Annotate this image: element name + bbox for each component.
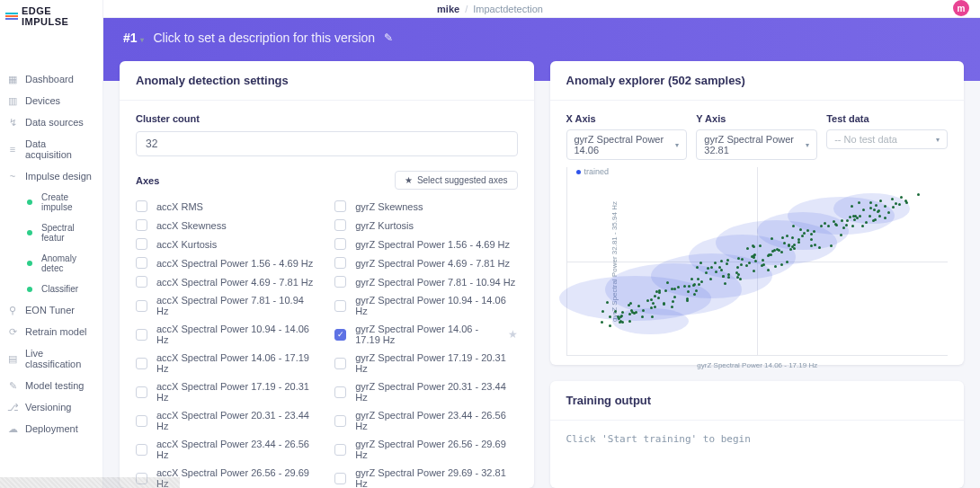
sidebar-item-retrain-model[interactable]: ⟳Retrain model — [0, 321, 102, 342]
checkbox[interactable] — [334, 257, 346, 269]
axis-checkbox-row[interactable]: accX Spectral Power 20.31 - 23.44 Hz — [136, 410, 318, 431]
sidebar-item-model-testing[interactable]: ✎Model testing — [0, 375, 102, 396]
axis-checkbox-row[interactable]: gyrZ Spectral Power 23.44 - 26.56 Hz — [334, 410, 517, 431]
axis-checkbox-row[interactable]: accX Kurtosis — [136, 238, 318, 250]
checkbox[interactable] — [334, 238, 346, 250]
checkbox[interactable] — [136, 219, 147, 231]
axis-label: accX Spectral Power 26.56 - 29.69 Hz — [156, 467, 318, 488]
edit-icon[interactable]: ✎ — [384, 31, 393, 44]
x-axis-select[interactable]: gyrZ Spectral Power 14.06▾ — [566, 129, 688, 160]
axis-checkbox-row[interactable]: gyrZ Spectral Power 4.69 - 7.81 Hz — [334, 257, 517, 269]
sidebar-item-devices[interactable]: ▥Devices — [0, 90, 102, 111]
sidebar-item-anomaly-detec[interactable]: Anomaly detec — [0, 248, 102, 279]
checkbox[interactable] — [334, 415, 346, 427]
sidebar-item-dashboard[interactable]: ▦Dashboard — [0, 68, 102, 90]
checkbox[interactable] — [136, 300, 147, 312]
breadcrumb-user[interactable]: mike — [437, 4, 459, 14]
axis-checkbox-row[interactable]: accX RMS — [136, 200, 318, 212]
scatter-point — [601, 321, 603, 324]
scatter-point — [695, 289, 698, 292]
scatter-point — [846, 219, 849, 222]
sidebar-item-spectral-featur[interactable]: Spectral featur — [0, 217, 102, 248]
axis-checkbox-row[interactable]: gyrZ Spectral Power 10.94 - 14.06 Hz — [334, 295, 517, 316]
axis-label: accX Spectral Power 7.81 - 10.94 Hz — [156, 295, 318, 316]
chevron-down-icon: ▾ — [936, 136, 940, 144]
sidebar-item-classifier[interactable]: Classifier — [0, 279, 102, 299]
checkbox[interactable] — [136, 329, 147, 341]
axis-checkbox-row[interactable]: accX Spectral Power 4.69 - 7.81 Hz — [136, 276, 318, 288]
checkbox[interactable] — [334, 300, 346, 312]
status-dot-icon — [27, 261, 32, 266]
sidebar-item-eon-tuner[interactable]: ⚲EON Tuner — [0, 299, 102, 321]
checkbox[interactable] — [334, 276, 346, 288]
sidebar-item-versioning[interactable]: ⎇Versioning — [0, 396, 102, 418]
scatter-point — [762, 259, 764, 262]
axis-label: accX Spectral Power 17.19 - 20.31 Hz — [156, 381, 318, 403]
axis-checkbox-row[interactable]: accX Skewness — [136, 219, 318, 231]
test-data-label: Test data — [826, 113, 948, 124]
scatter-point — [745, 264, 748, 267]
axis-checkbox-row[interactable]: gyrZ Spectral Power 20.31 - 23.44 Hz — [334, 381, 517, 403]
checkbox[interactable] — [334, 473, 346, 484]
axis-checkbox-row[interactable]: gyrZ Spectral Power 7.81 - 10.94 Hz — [334, 276, 517, 288]
axis-checkbox-row[interactable]: accX Spectral Power 17.19 - 20.31 Hz — [136, 381, 318, 403]
chevron-down-icon: ▾ — [806, 141, 809, 149]
cluster-count-input[interactable] — [136, 131, 518, 156]
axis-checkbox-row[interactable]: accX Spectral Power 23.44 - 26.56 Hz — [136, 439, 318, 460]
scatter-point — [693, 283, 696, 286]
scatter-point — [892, 206, 895, 209]
anomaly-scatter-chart[interactable]: trained gyrZ Spectral Power 32.81 - 35.9… — [566, 167, 949, 356]
sidebar-item-live-classification[interactable]: ▤Live classification — [0, 342, 102, 375]
checkbox[interactable] — [136, 386, 147, 398]
breadcrumb-project[interactable]: Impactdetection — [473, 4, 543, 14]
axis-checkbox-row[interactable]: gyrZ Spectral Power 26.56 - 29.69 Hz — [334, 439, 517, 460]
test-data-select[interactable]: -- No test data▾ — [826, 129, 948, 149]
checkbox[interactable] — [334, 444, 346, 456]
checkbox[interactable] — [334, 219, 346, 231]
version-badge[interactable]: #1 ▾ — [123, 31, 144, 45]
y-axis-select[interactable]: gyrZ Spectral Power 32.81▾ — [696, 129, 817, 160]
axis-checkbox-row[interactable]: accX Spectral Power 7.81 - 10.94 Hz — [136, 295, 318, 316]
status-dot-icon — [27, 287, 32, 292]
settings-panel: Anomaly detection settings Cluster count… — [120, 61, 534, 488]
checkbox[interactable] — [136, 415, 147, 427]
axis-checkbox-row[interactable]: gyrZ Spectral Power 1.56 - 4.69 Hz — [334, 238, 517, 250]
scatter-point — [810, 244, 813, 247]
axis-checkbox-row[interactable]: gyrZ Spectral Power 29.69 - 32.81 Hz — [334, 467, 517, 488]
sidebar-item-create-impulse[interactable]: Create impulse — [0, 187, 102, 217]
x-axis-label: X Axis — [566, 113, 688, 124]
checkbox[interactable] — [136, 358, 147, 369]
checkbox[interactable] — [136, 444, 147, 456]
checkbox[interactable] — [334, 200, 346, 212]
axis-checkbox-row[interactable]: gyrZ Spectral Power 17.19 - 20.31 Hz — [334, 352, 517, 374]
checkbox[interactable] — [136, 238, 147, 250]
sidebar-item-impulse-design[interactable]: ~Impulse design — [0, 165, 102, 187]
checkbox[interactable] — [136, 200, 147, 212]
select-suggested-axes-button[interactable]: ★ Select suggested axes — [395, 171, 518, 190]
sidebar-item-deployment[interactable]: ☁Deployment — [0, 418, 102, 439]
axis-checkbox-row[interactable]: gyrZ Kurtosis — [334, 219, 517, 231]
scatter-point — [621, 311, 624, 314]
axis-checkbox-row[interactable]: accX Spectral Power 1.56 - 4.69 Hz — [136, 257, 318, 269]
logo-icon — [5, 13, 18, 20]
checkbox[interactable] — [334, 329, 346, 341]
axis-checkbox-row[interactable]: gyrZ Spectral Power 14.06 - 17.19 Hz★ — [334, 324, 517, 345]
version-description[interactable]: Click to set a description for this vers… — [153, 31, 375, 45]
training-title: Training output — [550, 381, 965, 421]
axis-checkbox-row[interactable]: accX Spectral Power 14.06 - 17.19 Hz — [136, 352, 318, 374]
star-icon[interactable]: ★ — [508, 328, 518, 341]
scatter-point — [851, 225, 854, 227]
scatter-point — [601, 310, 604, 313]
sidebar-item-data-sources[interactable]: ↯Data sources — [0, 111, 102, 133]
axis-checkbox-row[interactable]: gyrZ Skewness — [334, 200, 517, 212]
scatter-point — [720, 269, 723, 271]
checkbox[interactable] — [334, 386, 346, 398]
sidebar-item-data-acquisition[interactable]: ≡Data acquisition — [0, 133, 102, 165]
axis-label: gyrZ Spectral Power 26.56 - 29.69 Hz — [355, 439, 517, 460]
checkbox[interactable] — [334, 358, 346, 369]
axis-checkbox-row[interactable]: accX Spectral Power 10.94 - 14.06 Hz — [136, 324, 318, 345]
logo[interactable]: EDGE IMPULSE — [0, 0, 102, 41]
checkbox[interactable] — [136, 257, 147, 269]
checkbox[interactable] — [136, 276, 147, 288]
avatar[interactable]: m — [953, 0, 969, 16]
